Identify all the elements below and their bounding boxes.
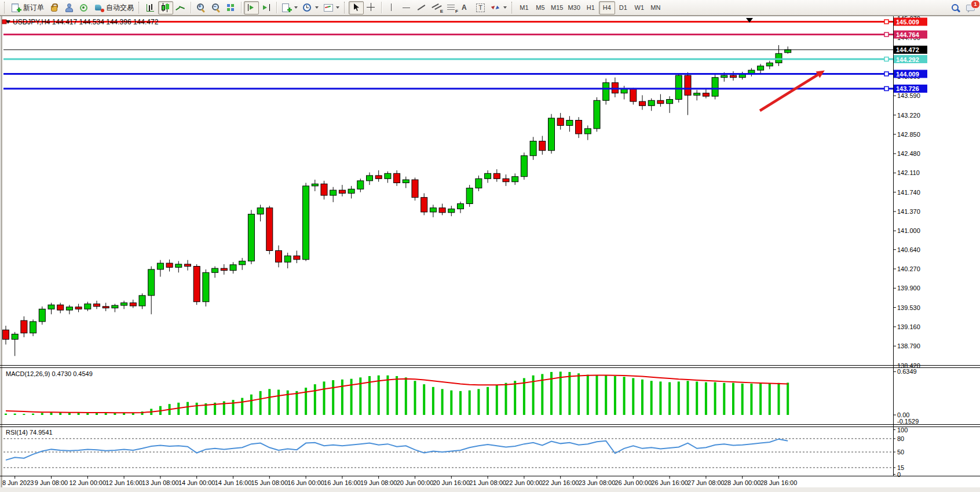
zoom-in-button[interactable]: + [193, 1, 209, 14]
svg-text:140.270: 140.270 [897, 265, 920, 272]
bull-candle [566, 121, 573, 126]
caret-down-icon [294, 6, 298, 9]
bull-candle [39, 309, 45, 322]
bear-candle [685, 75, 691, 95]
line-handle[interactable] [884, 20, 888, 24]
new-order-button[interactable]: 新订单 [9, 1, 46, 14]
svg-text:144.009: 144.009 [896, 71, 919, 78]
line-handle[interactable] [2, 20, 6, 24]
line-handle[interactable] [884, 57, 888, 61]
bear-candle [75, 307, 82, 309]
bull-candle [312, 184, 318, 186]
candlestick-chart-button[interactable] [158, 1, 173, 14]
bull-candle [584, 129, 591, 134]
indicators-icon [281, 3, 292, 12]
text-tool-icon: A [462, 3, 467, 12]
toolbar-separator [191, 2, 191, 13]
toolbar-grip[interactable] [511, 2, 514, 13]
svg-text:15 Jun 08:00: 15 Jun 08:00 [251, 479, 288, 486]
trendline-button[interactable] [414, 1, 429, 14]
timeframe-mn-button[interactable]: MN [648, 1, 664, 14]
zoom-out-button[interactable]: − [209, 1, 224, 14]
svg-text:28 Jun 16:00: 28 Jun 16:00 [760, 479, 798, 486]
timeframe-h4-button[interactable]: H4 [599, 1, 615, 14]
line-chart-icon [175, 3, 186, 12]
notifications-button[interactable]: 1 [963, 1, 978, 14]
search-icon [950, 3, 961, 12]
paint-bucket-icon [49, 3, 59, 12]
line-handle[interactable] [884, 72, 888, 76]
line-chart-button[interactable] [173, 1, 188, 14]
horizontal-line-button[interactable] [399, 1, 414, 14]
shift-chart-button[interactable] [244, 1, 259, 14]
chart-style-button[interactable] [46, 1, 61, 14]
crosshair-button[interactable] [364, 1, 379, 14]
indicators-menu-button[interactable] [279, 1, 300, 14]
bear-candle [321, 184, 327, 195]
bull-candle [148, 269, 155, 296]
search-button[interactable] [948, 1, 963, 14]
timeframe-d1-button[interactable]: D1 [615, 1, 631, 14]
channel-button[interactable]: E [429, 1, 444, 14]
arrows-menu-button[interactable] [488, 1, 509, 14]
auto-scroll-button[interactable] [259, 1, 274, 14]
new-order-icon [11, 3, 21, 12]
toolbar-grip[interactable] [138, 2, 141, 13]
toolbar-grip[interactable] [344, 2, 346, 13]
timeframe-m15-button[interactable]: M15 [548, 1, 565, 14]
bull-candle [175, 264, 182, 267]
bear-candle [221, 268, 227, 271]
cursor-icon [351, 3, 361, 12]
svg-text:23 Jun 08:00: 23 Jun 08:00 [579, 479, 616, 486]
text-label-icon: T [476, 3, 485, 12]
signals-button[interactable] [76, 1, 92, 14]
bull-candle [112, 305, 118, 308]
bull-candle [548, 118, 555, 151]
vertical-line-button[interactable] [384, 1, 399, 14]
bull-candle [476, 178, 482, 188]
text-label-button[interactable]: T [474, 1, 488, 14]
caret-down-icon [336, 6, 339, 9]
bull-candle [712, 78, 718, 96]
autotrading-button[interactable]: 自动交易 [92, 1, 136, 14]
timeframe-m30-button[interactable]: M30 [565, 1, 582, 14]
svg-text:142.480: 142.480 [897, 150, 920, 157]
svg-text:16 Jun 00:00: 16 Jun 00:00 [287, 479, 324, 486]
svg-text:14 Jun 00:00: 14 Jun 00:00 [178, 479, 215, 486]
cursor-button[interactable] [349, 1, 364, 14]
bear-candle [394, 173, 400, 183]
bull-candle [785, 50, 791, 53]
svg-text:142.850: 142.850 [897, 131, 920, 138]
periods-menu-button[interactable] [300, 1, 321, 14]
svg-text:22 Jun 00:00: 22 Jun 00:00 [506, 479, 543, 486]
bar-chart-button[interactable] [143, 1, 158, 14]
text-button[interactable]: A [459, 1, 474, 14]
toolbar-grip[interactable] [4, 2, 6, 13]
svg-text:141.370: 141.370 [897, 208, 920, 215]
timeframe-w1-button[interactable]: W1 [631, 1, 648, 14]
bear-candle [493, 173, 500, 178]
zoom-out-icon: − [211, 3, 221, 12]
svg-text:0: 0 [897, 471, 901, 478]
fibonacci-button[interactable]: F [444, 1, 459, 14]
bull-candle [603, 83, 609, 101]
profile-button[interactable] [61, 1, 76, 14]
line-handle[interactable] [884, 86, 888, 90]
bull-candle [430, 208, 436, 212]
bear-candle [539, 141, 546, 151]
svg-text:144.472: 144.472 [896, 46, 919, 53]
templates-menu-button[interactable] [321, 1, 342, 14]
equidistant-channel-icon: E [432, 3, 442, 12]
timeframe-h1-button[interactable]: H1 [583, 1, 599, 14]
svg-text:140.640: 140.640 [897, 246, 920, 253]
svg-text:19 Jun 08:00: 19 Jun 08:00 [360, 479, 397, 486]
caret-down-icon [503, 6, 507, 9]
bear-candle [576, 121, 582, 134]
timeframe-m1-button[interactable]: M1 [516, 1, 532, 14]
bull-candle [594, 100, 600, 129]
tile-windows-button[interactable] [224, 1, 239, 14]
price-chart-canvas[interactable]: 145.070144.700144.330143.960143.590143.2… [0, 0, 980, 492]
svg-text:9 Jun 08:00: 9 Jun 08:00 [35, 479, 68, 486]
timeframe-m5-button[interactable]: M5 [532, 1, 548, 14]
line-handle[interactable] [884, 32, 888, 37]
